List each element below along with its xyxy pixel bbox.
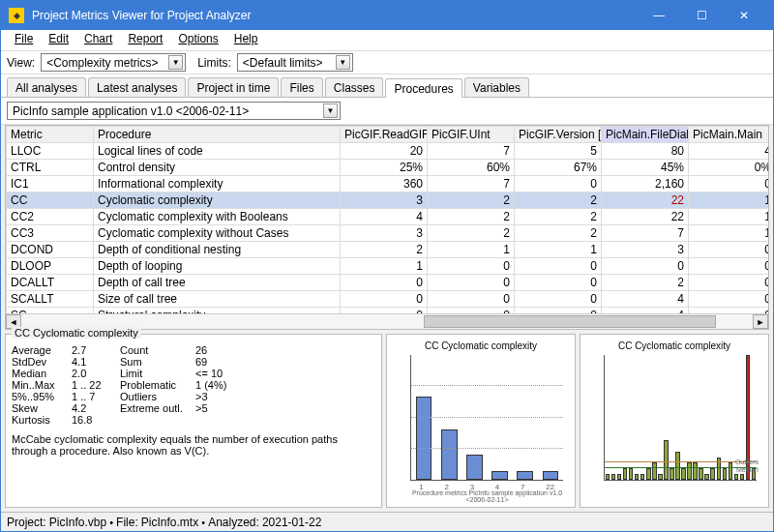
tab-files[interactable]: Files [281,77,322,97]
column-header[interactable]: Metric [7,127,94,143]
tab-procedures[interactable]: Procedures [385,78,461,98]
chevron-down-icon[interactable]: ▼ [168,55,183,70]
table-row[interactable]: CCCyclomatic complexity322221 [7,192,769,209]
statusbar: Project: PicInfo.vbp • File: PicInfo.mtx… [1,512,773,531]
chevron-down-icon[interactable]: ▼ [336,55,350,70]
table-row[interactable]: SCALLTSize of call tree00040 [7,291,769,308]
metric-value: 0 [689,275,769,291]
tab-variables[interactable]: Variables [464,77,529,97]
metric-value: 0 [515,176,602,192]
stat-label: Skew [12,402,72,414]
table-row[interactable]: DCONDDepth of conditional nesting21130 [7,242,769,258]
scroll-right-icon[interactable]: ► [753,314,768,329]
maximize-button[interactable]: ☐ [680,1,723,30]
column-header[interactable]: Procedure [94,127,341,143]
stat-value: 2.0 [72,368,120,379]
view-combobox[interactable]: <Complexity metrics> ▼ [41,53,186,72]
table-row[interactable]: CTRLControl density25%60%67%45%0% [7,160,769,176]
metric-value: 0 [515,291,602,308]
stat-label: Problematic [120,379,195,391]
series-bar [617,474,621,480]
metric-value: 1 [515,242,602,258]
stat-label: Kurtosis [12,414,72,426]
scroll-thumb[interactable] [424,315,716,328]
stat-label: Min..Max [12,379,72,391]
tab-latest-analyses[interactable]: Latest analyses [88,77,186,97]
menu-file[interactable]: File [7,30,41,50]
stat-value: >5 [195,402,375,414]
table-row[interactable]: LLOCLogical lines of code2075804 [7,143,769,160]
table-row[interactable]: CC2Cyclomatic complexity with Booleans42… [7,209,769,225]
stat-value: >3 [195,391,375,402]
metric-value: 0 [341,291,428,308]
series-bar [658,474,662,480]
series-bar [635,474,639,480]
metric-value: 4 [602,291,689,308]
series-bar [729,462,732,480]
series-bar [740,474,744,480]
app-icon: ◆ [9,8,24,23]
column-header[interactable]: PicMain.FileDialog [602,127,689,143]
histogram-bar [543,471,559,480]
menu-help[interactable]: Help [226,30,266,50]
series-bar [681,468,685,480]
metric-value: 1 [689,225,769,242]
series-bar [687,462,691,480]
chart-title: CC Cyclomatic complexity [393,340,569,351]
series-bar [670,468,673,480]
minimize-button[interactable]: — [638,1,680,30]
menubar: File Edit Chart Report Options Help [1,30,773,51]
analysis-combobox[interactable]: PicInfo sample application v1.0 <2006-02… [7,102,341,120]
tab-classes[interactable]: Classes [325,77,384,97]
stat-value: 69 [195,356,375,368]
chart-title: CC Cyclomatic complexity [586,340,762,351]
close-button[interactable]: ✕ [723,1,765,30]
metric-value: 2 [428,225,515,242]
analysis-value: PicInfo sample application v1.0 <2006-02… [10,104,323,118]
column-header[interactable]: PicGIF.UInt [428,127,515,143]
metric-value: 3 [341,225,428,242]
stat-label: Extreme outl. [120,402,195,414]
metric-code: LLOC [7,143,94,160]
table-row[interactable]: IC1Informational complexity360702,1600 [7,176,769,192]
tab-all-analyses[interactable]: All analyses [7,77,86,97]
limits-combobox[interactable]: <Default limits> ▼ [237,53,353,72]
view-value: <Complexity metrics> [44,56,168,70]
tab-project-in-time[interactable]: Project in time [188,77,279,97]
table-row[interactable]: CC3Cyclomatic complexity without Cases32… [7,225,769,242]
metric-name: Cyclomatic complexity [94,192,341,209]
metric-value: 22 [602,192,689,209]
metric-code: DLOOP [7,258,94,275]
metric-value: 0 [689,176,769,192]
metric-value: 45% [602,160,689,176]
limits-label: Limits: [197,56,231,70]
metric-code: CC [7,192,94,209]
stats-panel: CC Cyclomatic complexity Average2.7 Coun… [5,334,382,508]
table-row[interactable]: DLOOPDepth of looping10000 [7,258,769,275]
metric-value: 2 [515,225,602,242]
metric-value: 22 [602,209,689,225]
metric-value: 20 [341,143,428,160]
status-analyzed-value: 2021-01-22 [262,516,321,529]
column-header[interactable]: PicMain.Main [689,127,769,143]
status-analyzed-key: Analyzed: [208,516,259,529]
metric-value: 0% [689,160,769,176]
stat-label: Outliers [120,391,195,402]
menu-options[interactable]: Options [170,30,225,50]
titlebar: ◆ Project Metrics Viewer for Project Ana… [1,1,773,30]
histogram-bar [416,397,432,480]
metric-value: 0 [515,258,602,275]
table-row[interactable]: DCALLTDepth of call tree00020 [7,275,769,291]
chevron-down-icon[interactable]: ▼ [323,103,338,118]
series-bar [693,462,697,480]
column-header[interactable]: PicGIF.Version [Get] [515,127,602,143]
menu-report[interactable]: Report [120,30,170,50]
menu-chart[interactable]: Chart [76,30,120,50]
menu-edit[interactable]: Edit [41,30,76,50]
stat-label: Limit [120,368,195,379]
stat-value: 26 [195,344,375,356]
column-header[interactable]: PicGIF.ReadGIF [341,127,428,143]
metric-name: Size of call tree [94,291,341,308]
metric-name: Control density [94,160,341,176]
table-scroll-area[interactable]: MetricProcedurePicGIF.ReadGIFPicGIF.UInt… [6,126,768,313]
